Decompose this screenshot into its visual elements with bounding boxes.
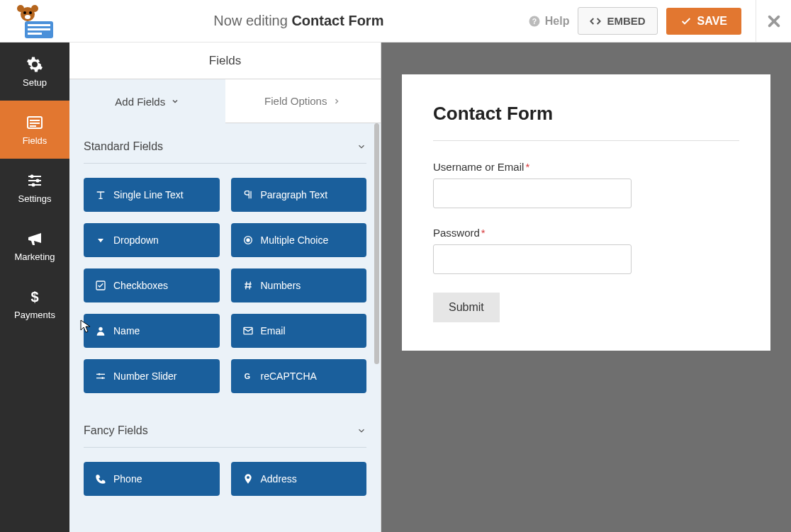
form-field-password[interactable]: Password* [433, 227, 739, 274]
check-icon [680, 16, 692, 27]
tab-label: Field Options [264, 95, 327, 107]
svg-point-21 [32, 183, 35, 186]
field-email[interactable]: Email [231, 314, 367, 348]
field-label: Address [261, 473, 297, 485]
svg-point-1 [17, 5, 24, 12]
sidebar-item-fields[interactable]: Fields [0, 101, 69, 159]
scrollbar-thumb[interactable] [374, 123, 379, 364]
top-bar: Now editing Contact Form ? Help EMBED SA… [0, 0, 791, 43]
marker-icon [242, 473, 254, 485]
password-input[interactable] [433, 244, 632, 274]
field-single-line-text[interactable]: Single Line Text [84, 178, 220, 212]
svg-point-29 [99, 373, 101, 375]
list-icon [26, 114, 43, 131]
svg-rect-8 [28, 28, 50, 30]
sliders-icon [95, 370, 106, 382]
user-icon [95, 325, 106, 336]
google-icon: G [242, 370, 254, 382]
dollar-icon: $ [26, 288, 43, 305]
svg-point-26 [99, 327, 102, 331]
field-multiple-choice[interactable]: Multiple Choice [231, 223, 367, 257]
help-link[interactable]: ? Help [528, 15, 570, 28]
help-label: Help [545, 15, 570, 28]
checkbox-icon [95, 280, 106, 291]
page-title: Now editing Contact Form [69, 13, 528, 29]
code-icon [590, 16, 601, 27]
required-marker: * [481, 227, 486, 239]
close-button[interactable] [756, 0, 791, 43]
field-paragraph-text[interactable]: Paragraph Text [231, 178, 367, 212]
svg-text:?: ? [532, 16, 537, 25]
submit-button[interactable]: Submit [433, 293, 500, 322]
svg-point-24 [246, 238, 249, 242]
label-text: Password [433, 227, 480, 239]
section-fancy-fields[interactable]: Fancy Fields [84, 407, 366, 448]
field-address[interactable]: Address [231, 462, 367, 496]
svg-point-2 [31, 5, 38, 12]
field-dropdown[interactable]: Dropdown [84, 223, 220, 257]
section-standard-fields[interactable]: Standard Fields [84, 123, 366, 164]
chevron-down-icon [357, 142, 366, 152]
username-input[interactable] [433, 179, 632, 208]
phone-icon [95, 473, 106, 485]
paragraph-icon [242, 189, 254, 200]
sidebar-item-label: Marketing [14, 251, 55, 262]
field-name[interactable]: Name [84, 314, 220, 348]
sidebar-item-label: Setup [23, 77, 47, 88]
tab-add-fields[interactable]: Add Fields [69, 79, 225, 123]
bullhorn-icon [26, 230, 43, 247]
chevron-down-icon [357, 426, 366, 436]
svg-point-4 [29, 11, 32, 14]
svg-text:G: G [244, 372, 249, 380]
panel-tabs: Add Fields Field Options [69, 79, 381, 123]
field-label: Email [261, 325, 286, 336]
sidebar-item-setup[interactable]: Setup [0, 43, 69, 101]
field-number-slider[interactable]: Number Slider [84, 359, 220, 393]
form-field-username[interactable]: Username or Email* [433, 161, 739, 208]
field-label: Single Line Text [113, 189, 184, 200]
tab-label: Add Fields [115, 96, 165, 108]
save-button[interactable]: SAVE [666, 8, 741, 35]
fields-panel: Fields Add Fields Field Options Standard… [69, 43, 381, 532]
form-card: Contact Form Username or Email* Password… [402, 74, 770, 351]
panel-header: Fields [69, 43, 381, 79]
svg-point-19 [36, 179, 40, 182]
field-label: Paragraph Text [261, 189, 328, 200]
svg-rect-9 [28, 33, 42, 35]
field-label: Phone [113, 473, 142, 485]
form-title: Contact Form [433, 103, 739, 141]
field-numbers[interactable]: Numbers [231, 268, 367, 302]
svg-point-3 [23, 11, 26, 14]
field-phone[interactable]: Phone [84, 462, 220, 496]
svg-point-31 [101, 377, 103, 379]
save-label: SAVE [697, 15, 727, 28]
sidebar-item-marketing[interactable]: Marketing [0, 217, 69, 275]
field-label: Checkboxes [113, 280, 168, 291]
field-label: Password* [433, 227, 739, 239]
editing-prefix: Now editing [213, 13, 288, 28]
required-marker: * [525, 161, 529, 173]
sidebar-item-settings[interactable]: Settings [0, 159, 69, 217]
chevron-right-icon [332, 97, 341, 106]
form-name: Contact Form [291, 13, 383, 28]
envelope-icon [242, 325, 254, 336]
sidebar-item-payments[interactable]: $ Payments [0, 275, 69, 333]
close-icon [766, 13, 782, 29]
sidebar-item-label: Settings [18, 193, 52, 204]
embed-button[interactable]: EMBED [578, 7, 657, 35]
field-recaptcha[interactable]: G reCAPTCHA [231, 359, 367, 393]
panel-body: Standard Fields Single Line Text Paragra… [69, 123, 381, 532]
radio-icon [242, 234, 254, 246]
field-label: Number Slider [113, 370, 176, 382]
field-checkboxes[interactable]: Checkboxes [84, 268, 220, 302]
svg-text:$: $ [30, 289, 38, 305]
embed-label: EMBED [607, 15, 645, 27]
svg-point-5 [25, 15, 30, 19]
svg-point-17 [30, 174, 34, 178]
field-label: Dropdown [113, 234, 159, 246]
tab-field-options[interactable]: Field Options [225, 79, 381, 123]
form-preview-area: Contact Form Username or Email* Password… [381, 43, 791, 532]
section-title: Fancy Fields [84, 424, 148, 437]
svg-rect-7 [28, 24, 50, 26]
top-actions: ? Help EMBED SAVE [528, 7, 756, 35]
